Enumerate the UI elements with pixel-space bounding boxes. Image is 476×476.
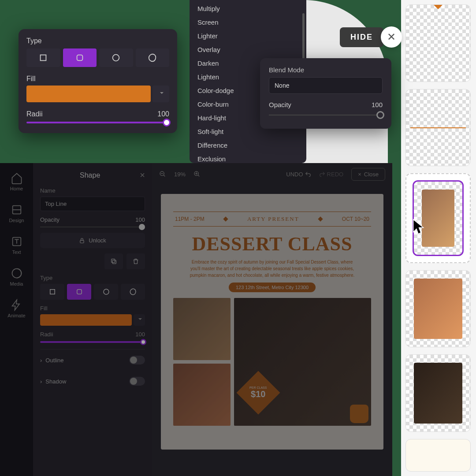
close-panel-icon[interactable]: ×	[140, 170, 145, 180]
blend-option-lighter[interactable]: Lighter	[190, 29, 306, 43]
doc-image-cookies-2	[173, 364, 231, 426]
blob-icon	[148, 53, 157, 63]
nav-media[interactable]: Media	[10, 267, 23, 286]
doc-address: 123 12th Street, Metro City 12300	[173, 283, 371, 291]
hide-close-button[interactable]: ✕	[381, 26, 402, 48]
blend-mode-select[interactable]: None	[269, 77, 383, 94]
blend-option-multiply[interactable]: Multiply	[190, 2, 306, 15]
layer-thumb-1[interactable]	[405, 4, 471, 82]
shadow-label: Shadow	[45, 378, 66, 385]
float-radii-slider[interactable]	[26, 122, 169, 123]
zoom-value: 19%	[174, 171, 186, 178]
doc-date: OCT 10~20	[342, 216, 369, 222]
float-radii-value: 100	[157, 110, 169, 118]
redo-icon	[319, 171, 325, 177]
outline-section[interactable]: ›Outline	[40, 349, 145, 371]
shape-type-square[interactable]	[40, 284, 64, 300]
hide-button[interactable]: HIDE	[340, 27, 383, 47]
animate-icon	[10, 299, 22, 311]
blend-mode-label: Blend Mode	[269, 66, 383, 74]
undo-button[interactable]: UNDO	[286, 171, 311, 178]
svg-rect-12	[41, 55, 46, 61]
nav-home[interactable]: Home	[10, 172, 23, 191]
svg-rect-8	[77, 290, 82, 294]
rounded-square-icon	[75, 288, 83, 296]
trash-icon	[132, 258, 139, 265]
doc-description: Embrace the cozy spirit of autumn by joi…	[189, 259, 356, 279]
doc-title: DESSERT CLASS	[173, 233, 371, 255]
canvas-document[interactable]: 11PM - 2PM ARTY PRESENT OCT 10~20 DESSER…	[161, 194, 383, 450]
shape-type-blob[interactable]	[121, 284, 145, 300]
layer-thumb-4[interactable]	[405, 270, 471, 348]
unlock-button[interactable]: Unlock	[40, 233, 145, 248]
blend-opacity-slider[interactable]	[269, 115, 383, 115]
nav-design-label: Design	[9, 218, 24, 223]
float-shape-rounded[interactable]	[63, 48, 97, 67]
opacity-slider[interactable]	[40, 227, 145, 227]
home-icon	[11, 172, 23, 184]
price-amount: $10	[249, 389, 267, 399]
blend-option-screen[interactable]: Screen	[190, 15, 306, 29]
design-icon	[11, 204, 23, 216]
blend-option-exclusion[interactable]: Exclusion	[190, 152, 306, 163]
rounded-square-icon	[75, 53, 85, 63]
panel-title: Shape	[40, 171, 140, 179]
blend-opacity-value: 100	[372, 101, 383, 108]
shape-type-rounded[interactable]	[67, 284, 91, 300]
diamond-icon	[318, 216, 323, 221]
circle-icon	[111, 53, 121, 63]
zoom-in-icon[interactable]	[193, 171, 201, 178]
name-input[interactable]	[40, 197, 145, 211]
line-shape	[410, 127, 466, 128]
photo-thumb	[414, 363, 462, 424]
outline-toggle[interactable]	[129, 356, 145, 364]
diamond-icon	[223, 216, 228, 221]
square-icon	[48, 288, 56, 296]
square-icon	[38, 53, 48, 63]
nav-home-label: Home	[10, 186, 23, 191]
float-fill-dropdown[interactable]	[152, 86, 169, 102]
layer-thumb-6[interactable]	[405, 439, 471, 472]
close-icon: ×	[358, 171, 361, 178]
svg-rect-4	[80, 240, 84, 243]
radii-slider[interactable]	[40, 341, 145, 343]
opacity-label: Opacity	[40, 216, 60, 223]
blend-option-overlay[interactable]: Overlay	[190, 43, 306, 56]
nav-design[interactable]: Design	[9, 204, 24, 223]
float-fill-label: Fill	[26, 75, 169, 83]
float-fill-swatch[interactable]	[26, 86, 151, 102]
shadow-section[interactable]: ›Shadow	[40, 371, 145, 392]
nav-text-label: Text	[12, 249, 21, 255]
doc-header: 11PM - 2PM ARTY PRESENT OCT 10~20	[173, 212, 371, 227]
svg-rect-5	[112, 260, 116, 264]
shadow-toggle[interactable]	[129, 377, 145, 386]
zoom-out-icon[interactable]	[159, 171, 166, 178]
close-label: Close	[364, 171, 379, 178]
blend-option-difference[interactable]: Difference	[190, 138, 306, 152]
close-button[interactable]: × Close	[351, 168, 385, 181]
redo-button[interactable]: REDO	[319, 171, 344, 178]
triangle-shape	[416, 4, 460, 31]
float-shape-square[interactable]	[26, 48, 60, 67]
nav-text[interactable]: Text	[11, 235, 23, 255]
nav-animate-label: Animate	[7, 313, 25, 318]
floating-type-panel: Type Fill Radii 100	[19, 29, 177, 133]
fill-label: Fill	[40, 305, 145, 312]
shape-type-circle[interactable]	[94, 284, 118, 300]
layer-thumb-2[interactable]	[405, 89, 471, 167]
float-shape-circle[interactable]	[99, 48, 133, 67]
nav-animate[interactable]: Animate	[7, 299, 25, 318]
media-icon	[11, 267, 23, 279]
svg-point-14	[113, 55, 119, 61]
svg-rect-13	[77, 55, 82, 61]
delete-button[interactable]	[126, 253, 145, 269]
svg-rect-6	[112, 259, 115, 263]
fill-dropdown[interactable]	[134, 314, 145, 326]
editor-main: Home Design Text Media Animate Shape × N…	[0, 163, 392, 476]
layer-thumb-5[interactable]	[405, 354, 471, 432]
fill-color-swatch[interactable]	[40, 314, 132, 326]
float-shape-blob[interactable]	[136, 48, 170, 67]
lock-icon	[79, 238, 85, 244]
duplicate-button[interactable]	[104, 253, 123, 269]
circle-icon	[102, 288, 110, 296]
